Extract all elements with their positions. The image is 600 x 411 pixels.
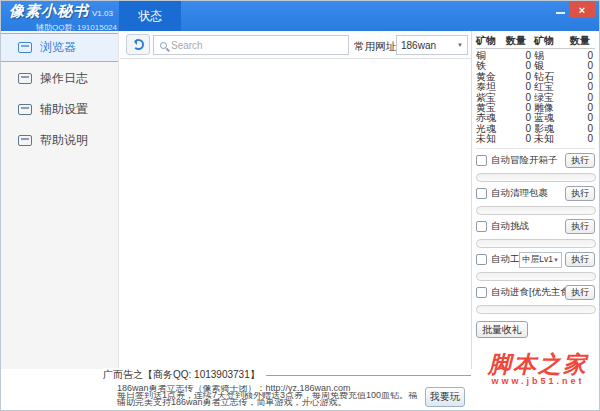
minerals-header-cell: 数量 [570, 34, 596, 48]
workshop-level-dropdown[interactable]: 中层Lv1 ▼ [519, 252, 562, 268]
task-label: 自动工坊 [491, 253, 519, 266]
workshop-level-value: 中层Lv1 [522, 254, 553, 266]
minerals-header-cell: 矿物 [534, 34, 570, 48]
task-progress-bar [476, 272, 596, 281]
mineral-name: 未知 [534, 134, 570, 144]
task-progress-bar [476, 305, 596, 314]
batch-receive-gifts-button[interactable]: 批量收礼 [476, 321, 528, 338]
sidebar-item-label: 操作日志 [40, 70, 88, 87]
task-label: 自动进食[优先主食] [491, 286, 565, 299]
minimize-icon [556, 12, 565, 14]
app-window: 像素小秘书 V1.03 辅助QQ群: 191015024 状态 × 浏览器 操作… [0, 0, 600, 411]
close-button[interactable]: × [569, 1, 595, 18]
browser-icon [18, 42, 32, 53]
task-group: 自动工坊 中层Lv1 ▼ 执行 [476, 252, 595, 281]
chevron-down-icon: ▼ [457, 42, 463, 48]
help-instructions-icon [18, 135, 32, 146]
minimize-button[interactable] [552, 6, 568, 20]
task-group: 自动冒险开箱子 执行 [476, 153, 595, 182]
search-input[interactable] [171, 37, 348, 53]
sidebar-item-label: 帮助说明 [40, 132, 88, 149]
task-progress-bar [476, 239, 596, 248]
auto-tasks: 自动冒险开箱子 执行 自动清理包裹 执行 [476, 153, 595, 314]
operation-log-icon [18, 73, 32, 84]
watermark-url: www.jb51.net [479, 376, 597, 386]
common-url-dropdown[interactable]: 186wan ▼ [396, 35, 468, 55]
mineral-qty: 0 [506, 134, 534, 144]
sidebar-item[interactable]: 辅助设置 [1, 95, 118, 124]
right-panel: 矿物 数量 矿物 数量 铜 0 锡 0 铁 0 [471, 31, 597, 369]
browser-content [120, 59, 471, 369]
ad-line: 186wan勇者立志传（像素骑士团）：http://yz.186wan.com [117, 385, 417, 392]
minerals-header-row: 矿物 数量 矿物 数量 [476, 34, 595, 49]
mineral-name: 未知 [476, 134, 506, 144]
task-checkbox[interactable] [476, 155, 487, 166]
task-group: 自动进食[优先主食] 执行 [476, 285, 595, 314]
browser-toolbar: 常用网址: 186wan ▼ [120, 31, 471, 59]
sidebar: 浏览器 操作日志 辅助设置 帮助说明 [1, 31, 119, 369]
minerals-header-cell: 数量 [506, 34, 534, 48]
ad-title: 广而告之【商务QQ: 1013903731】 [103, 368, 260, 382]
sidebar-item-label: 辅助设置 [40, 101, 88, 118]
task-group: 自动清理包裹 执行 [476, 186, 595, 215]
task-checkbox[interactable] [476, 221, 487, 232]
task-group: 自动挑战 执行 [476, 219, 595, 248]
play-now-button[interactable]: 我要玩 [425, 387, 465, 407]
ad-line: 每日签到送1点券，连续7天登到额外赠送3点券，每周免费充值100血钻。福利超爽。 [117, 392, 417, 399]
execute-button[interactable]: 执行 [565, 252, 595, 267]
minerals-row: 未知 0 未知 0 [476, 134, 595, 144]
task-progress-bar [476, 206, 596, 215]
execute-button[interactable]: 执行 [565, 153, 595, 168]
mineral-qty: 0 [570, 134, 596, 144]
ad-lines: 186wan勇者立志传（像素骑士团）：http://yz.186wan.com … [117, 385, 417, 406]
ad-divider [266, 375, 471, 376]
search-box [153, 35, 349, 55]
task-checkbox[interactable] [476, 254, 487, 265]
app-version: V1.03 [92, 9, 113, 18]
task-label: 自动挑战 [491, 220, 565, 233]
task-label: 自动冒险开箱子 [491, 154, 565, 167]
common-url-label: 常用网址: [354, 40, 399, 54]
app-logo: 像素小秘书 V1.03 辅助QQ群: 191015024 [9, 2, 117, 33]
sidebar-item[interactable]: 操作日志 [1, 64, 118, 93]
execute-button[interactable]: 执行 [565, 285, 595, 300]
minerals-table: 矿物 数量 矿物 数量 铜 0 锡 0 铁 0 [476, 34, 595, 149]
refresh-icon [133, 39, 144, 50]
sidebar-item[interactable]: 浏览器 [1, 33, 118, 62]
execute-button[interactable]: 执行 [565, 219, 595, 234]
sidebar-item[interactable]: 帮助说明 [1, 126, 118, 155]
task-checkbox[interactable] [476, 188, 487, 199]
task-progress-bar [476, 173, 596, 182]
common-url-value: 186wan [401, 40, 457, 51]
minerals-header-cell: 矿物 [476, 34, 506, 48]
task-label: 自动清理包裹 [491, 187, 565, 200]
chevron-down-icon: ▼ [553, 257, 559, 263]
refresh-button[interactable] [126, 34, 150, 55]
ad-section: 广而告之【商务QQ: 1013903731】 186wan勇者立志传（像素骑士团… [103, 368, 471, 406]
tab-status[interactable]: 状态 [119, 1, 181, 31]
ad-line: 辅助完美支持186wan勇者立志传，简单游戏，开心游戏。 [117, 399, 417, 406]
sidebar-item-label: 浏览器 [40, 39, 76, 56]
titlebar: 像素小秘书 V1.03 辅助QQ群: 191015024 状态 × [1, 1, 600, 31]
search-icon [160, 42, 167, 49]
app-title: 像素小秘书 [9, 2, 89, 21]
assistant-settings-icon [18, 104, 32, 115]
task-checkbox[interactable] [476, 287, 487, 298]
execute-button[interactable]: 执行 [565, 186, 595, 201]
